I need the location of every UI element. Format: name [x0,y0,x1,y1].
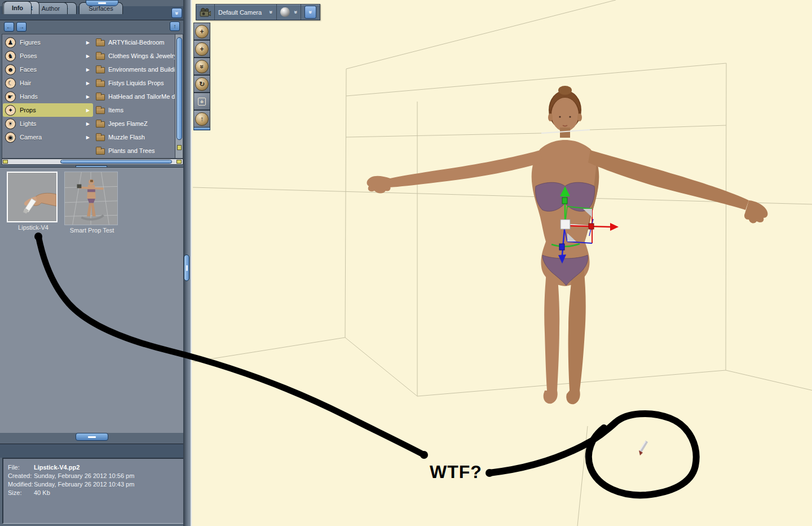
category-poses[interactable]: ♞ Poses ▶ [3,49,93,63]
chevron-right-icon: ▶ [86,54,90,59]
camera-icon [200,8,211,17]
chevron-right-icon: ▶ [86,108,90,113]
info-label: Size: [8,489,34,497]
orbit-ball-icon: + [195,25,209,38]
folder-item[interactable]: Fistys Liquids Props [96,76,176,90]
library-nav-row: ← → ↑ [0,20,191,34]
folder-item[interactable]: Jepes FlameZ [96,117,176,130]
panel-collapse-handle-bottom[interactable] [76,433,108,441]
rotate-icon: ↻ [195,77,209,91]
folder-item[interactable]: Muzzle Flash [96,130,176,144]
folder-icon [96,135,105,141]
category-label: Hair [20,80,31,86]
application-window: Content Scene Surfaces » ← → ↑ ♟ Figures… [0,0,812,526]
scrollbar-button[interactable] [176,160,182,164]
folder-icon [96,81,105,87]
folder-icon [96,54,105,60]
annotation-text: WTF? [430,462,482,483]
category-faces[interactable]: ☻ Faces ▶ [3,63,93,76]
thumbnail-smart-prop-test[interactable]: Smart Prop Test [64,172,120,234]
chevron-right-icon: ▶ [86,81,90,86]
lights-icon: ☀ [5,119,16,129]
category-figures[interactable]: ♟ Figures ▶ [3,36,93,49]
forward-button[interactable]: → [16,22,27,32]
chevron-down-icon: » [174,11,180,15]
category-camera[interactable]: ◉ Camera ▶ [3,130,93,144]
chevron-down-icon: » [293,11,299,14]
folder-label: Muzzle Flash [108,134,145,141]
thumbnail-lipstick-v4[interactable]: Lipstick-V4 [7,172,60,231]
poses-icon: ♞ [5,51,16,62]
camera-icon: ◉ [5,132,16,143]
library-panel: Content Scene Surfaces » ← → ↑ ♟ Figures… [0,0,191,526]
minus-icon [88,436,96,438]
folder-item[interactable]: Clothes Wings & Jewelry [96,49,176,63]
thumbnail-label: Lipstick-V4 [7,224,60,231]
chevron-down-icon: » [307,11,314,14]
folder-item[interactable]: Items [96,103,176,117]
scrollbar-button[interactable] [3,160,8,164]
minus-icon [98,2,106,4]
category-list: ♟ Figures ▶ ♞ Poses ▶ ☻ Faces ▶ ☾ Hair [3,36,93,144]
scene-canvas [192,0,812,526]
folder-up-button[interactable]: ↑ [170,21,180,31]
camera-rotate-button[interactable]: ↻ [193,75,210,93]
props-icon: ✦ [5,105,16,116]
category-label: Camera [20,134,42,141]
scrollbar-button[interactable] [177,145,182,150]
folder-item[interactable]: Environments and Buildin [96,63,176,76]
folder-item[interactable]: HatHead and TailorMe de [96,90,176,103]
chevron-right-icon: ▶ [86,40,90,45]
folder-item[interactable]: Plants and Trees [96,144,176,157]
hands-icon: ☛ [5,91,16,102]
splitter-handle[interactable] [184,255,189,281]
info-value: 40 Kb [34,489,50,497]
folder-item[interactable]: ARTYficial-Bedroom [96,36,176,49]
folder-label: HatHead and TailorMe de [108,93,176,100]
camera-raise-button[interactable]: ↑ [193,110,210,128]
folder-label: Plants and Trees [108,147,155,154]
lipstick-thumbnail-image [7,172,58,222]
camera-menu-button[interactable] [196,5,215,20]
info-label: Created: [8,472,34,480]
camera-frame-button[interactable]: + [193,93,210,110]
category-label: Figures [20,39,41,46]
category-hair[interactable]: ☾ Hair ▶ [3,76,93,90]
frame-select-icon: + [198,98,206,106]
lipstick-prop [639,441,647,455]
scrollbar-thumb[interactable] [176,37,182,140]
category-lights[interactable]: ☀ Lights ▶ [3,117,93,130]
info-value: Lipstick-V4.pp2 [34,463,80,472]
scrollbar-thumb[interactable] [60,160,172,164]
camera-controls-handle[interactable] [193,128,210,130]
3d-viewport[interactable]: Default Camera » » » + + » ↻ + ↑ [191,0,812,526]
folder-label: Fistys Liquids Props [108,80,164,86]
camera-dolly-button[interactable]: » [193,58,210,75]
info-value: Sunday, February 26 2012 10:56 pm [34,472,134,480]
camera-selector[interactable]: Default Camera » [215,5,277,20]
category-hands[interactable]: ☛ Hands ▶ [3,90,93,103]
folder-icon [96,67,105,73]
category-props[interactable]: ✦ Props ▶ [3,103,93,117]
chevron-right-icon: ▶ [86,94,90,99]
chevron-right-icon: ▶ [86,135,90,140]
grip-icon [186,265,188,271]
panel-splitter[interactable] [183,0,191,526]
dolly-chevron-icon: » [195,60,209,73]
camera-pan-button[interactable]: + [193,40,210,58]
folder-icon [96,121,105,128]
prop-thumbnail-shelf: Lipstick-V4 [0,167,191,433]
display-style-selector[interactable]: » [277,5,302,20]
library-horizontal-scrollbar[interactable] [2,159,183,165]
folder-scrollbar[interactable] [175,34,183,158]
viewport-options-button[interactable]: » [304,6,316,19]
panel-options-button[interactable]: » [171,8,182,18]
info-row-created: Created: Sunday, February 26 2012 10:56 … [8,472,185,480]
library-browser: ♟ Figures ▶ ♞ Poses ▶ ☻ Faces ▶ ☾ Hair [2,34,183,159]
camera-orbit-button[interactable]: + [193,23,210,40]
category-label: Props [20,107,36,113]
panel-collapse-handle-top[interactable] [86,0,118,6]
tab-info[interactable]: Info [3,1,32,14]
category-label: Poses [20,52,37,59]
back-button[interactable]: ← [4,22,14,32]
